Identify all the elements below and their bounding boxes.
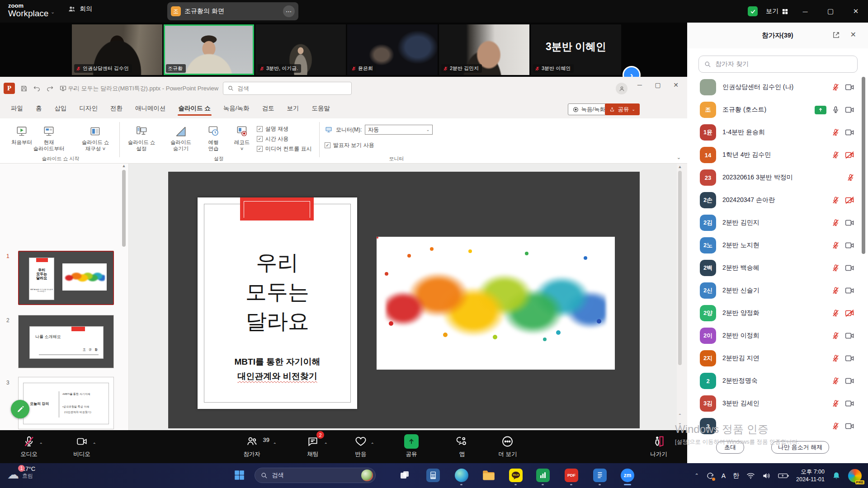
calculator-app-icon[interactable] [426,469,440,482]
audio-button[interactable]: ⌃ 오디오 [20,434,38,458]
ppt-menu-tab[interactable]: 디자인 [74,100,104,117]
hidden-icons-chevron[interactable]: ⌃ [694,473,698,479]
slide-nav-buttons[interactable]: ⌃⌄ [675,412,684,427]
participants-options-caret[interactable]: ⌃ [273,442,277,447]
participant-row[interactable]: 14 1학년 4반 김수민 [687,144,864,166]
slide-thumbnail-2[interactable]: 나를 소개해요 조 규 황 [18,315,114,368]
security-shield-icon[interactable] [748,6,758,16]
video-tile[interactable]: 2분반 김민지 [439,24,529,75]
video-tile[interactable]: 인권상담센터 김수인 [72,24,162,75]
participant-row[interactable]: 2지 2분반김 지연 [687,347,864,370]
popout-icon[interactable] [832,31,840,39]
record-slideshow-button[interactable]: 레코드 ˅ [229,122,255,152]
video-button[interactable]: ⌃ 비디오 [73,434,90,458]
participant-row[interactable]: 2노 2분반 노지현 [687,234,864,257]
ppt-menu-tab[interactable]: 슬라이드 쇼 [173,100,216,117]
more-button[interactable]: 더 보기 [499,434,517,458]
weather-widget[interactable]: 1 ☁ 17°C 흐림 [7,465,35,480]
unmute-me-button[interactable]: 나만 음소거 해제 [771,441,829,454]
check-show-media-controls[interactable]: ✓미디어 컨트롤 표시 [257,144,312,154]
ppt-share-button[interactable]: 공유 ⌄ [605,103,640,115]
ppt-search-box[interactable]: 검색 [223,82,352,95]
slide-thumbnail-1[interactable]: 우리모두는달라요 MBTI를 통한 자기이해 대인관계와 비전찾기 [18,251,114,305]
ppt-close-button[interactable]: ✕ [668,81,684,89]
reactions-options-caret[interactable]: ⌃ [371,442,374,447]
start-button[interactable] [233,469,245,481]
invite-button[interactable]: 초대 [716,441,744,454]
canvas-scrollbar[interactable]: ▲ [677,164,683,429]
participant-row[interactable]: 2이 2분반 이정희 [687,324,864,347]
task-view-button[interactable] [398,469,411,482]
chat-button[interactable]: 2 ⌃ 채팅 [307,434,319,458]
scrollbar-thumb[interactable] [678,171,682,365]
leave-button[interactable]: 나가기 [650,434,667,458]
participant-row[interactable]: 인권상담센터 김수인 (나) [687,76,864,99]
video-tile[interactable]: 3분반 이혜인 3분반 이혜인 [531,24,621,75]
apps-button[interactable]: 앱 [456,434,468,458]
participant-row[interactable]: 2백 2분반 백승혜 [687,257,864,279]
scroll-up-arrow-icon[interactable]: ▲ [121,164,127,168]
start-slideshow-icon[interactable] [59,85,67,92]
record-toggle-button[interactable]: 녹음/녹화 [568,103,610,115]
battery-icon[interactable] [778,473,789,479]
thumbnail-scrollbar[interactable]: ▲ [121,164,127,428]
ime-latin-indicator[interactable]: A [722,472,726,479]
participants-scrollbar[interactable] [862,77,865,254]
account-icon[interactable] [616,83,627,94]
participants-button[interactable]: 39 ⌃ 참가자 [243,434,260,458]
ppt-menu-tab[interactable]: 녹음/녹화 [218,100,255,117]
wifi-icon[interactable] [746,472,755,479]
sync-icon[interactable] [706,472,714,480]
copilot-icon[interactable]: PRE [848,469,862,483]
volume-icon[interactable] [762,472,771,479]
monitor-dropdown[interactable]: 자동⌄ [365,125,433,135]
ppt-menu-tab[interactable]: 도움말 [307,100,336,117]
redo-icon[interactable] [46,85,54,92]
ime-korean-indicator[interactable]: 한 [733,472,739,480]
close-button[interactable]: ✕ [847,7,864,15]
clock[interactable]: 오후 7:00 2024-11-01 [796,468,825,483]
ppt-menu-tab[interactable]: 삽입 [49,100,72,117]
minimize-button[interactable]: ─ [797,8,814,15]
ppt-menu-tab[interactable]: 검토 [257,100,280,117]
slide-editing-canvas[interactable]: 우리 모두는 달라요 MBTI를 통한 자기이해 대인관계와 비전찾기 [129,164,677,430]
maximize-button[interactable]: ▢ [822,7,839,15]
ppt-menu-tab[interactable]: 파일 [5,100,28,117]
participant-row[interactable]: 2 2분반정명숙 [687,370,864,392]
ppt-menu-tab[interactable]: 홈 [30,100,47,117]
custom-slideshow-button[interactable]: 슬라이드 쇼 재구성 ˅ [75,122,116,152]
participant-row[interactable]: 1윤 1-4분반 윤승희 [687,121,864,144]
chevron-down-icon[interactable]: ⌄ [51,9,55,15]
hide-slide-button[interactable]: 슬라이드 숨기기 [164,122,198,152]
rehearse-timings-button[interactable]: 예행 연습 [199,122,228,152]
ppt-menu-tab[interactable]: 보기 [282,100,305,117]
ppt-menu-tab[interactable]: 애니메이션 [130,100,171,117]
ppt-maximize-button[interactable]: ▢ [650,81,665,89]
participant-row[interactable]: 조 조규황 (호스트) [687,99,864,121]
from-current-slide-button[interactable]: 현재 슬라이드부터 [27,122,71,152]
reactions-button[interactable]: ⌃ 반응 [354,434,367,458]
participants-search-input[interactable]: 참가자 찾기 [698,56,858,73]
save-icon[interactable] [20,85,28,92]
file-explorer-icon[interactable] [482,469,495,482]
undo-icon[interactable] [33,85,41,92]
notification-bell-icon[interactable] [832,471,841,480]
tab-meeting[interactable]: 회의 [68,5,92,13]
notes-app-icon[interactable] [593,469,607,482]
audio-options-caret[interactable]: ⌃ [39,442,43,447]
chat-options-caret[interactable]: ⌃ [324,442,328,447]
pdf-app-icon[interactable]: PDF [565,469,578,482]
slide-thumbnail-3[interactable]: 오늘의 강의 •MBTI를 통한 자기이해 •성격유형별 특성 이해 (대인관계… [18,377,114,429]
video-tile[interactable]: 3분반, 이기금. [255,24,346,75]
zoom-app-icon[interactable]: zm [621,469,634,482]
view-button[interactable]: 보기 [766,7,788,15]
close-icon[interactable]: ✕ [850,30,856,39]
video-tile[interactable]: 윤은희 [347,24,438,75]
check-play-narrations[interactable]: ✓설명 재생 [257,124,312,134]
participant-row[interactable]: 3 [687,415,864,437]
check-presenter-view[interactable]: ✓발표자 보기 사용 [325,140,374,150]
ppt-menu-tab[interactable]: 전환 [105,100,128,117]
participant-row[interactable]: 2양 2분반 양정화 [687,302,864,324]
chart-app-icon[interactable] [536,469,550,482]
setup-slideshow-button[interactable]: 슬라이드 쇼 설정 [122,122,161,152]
